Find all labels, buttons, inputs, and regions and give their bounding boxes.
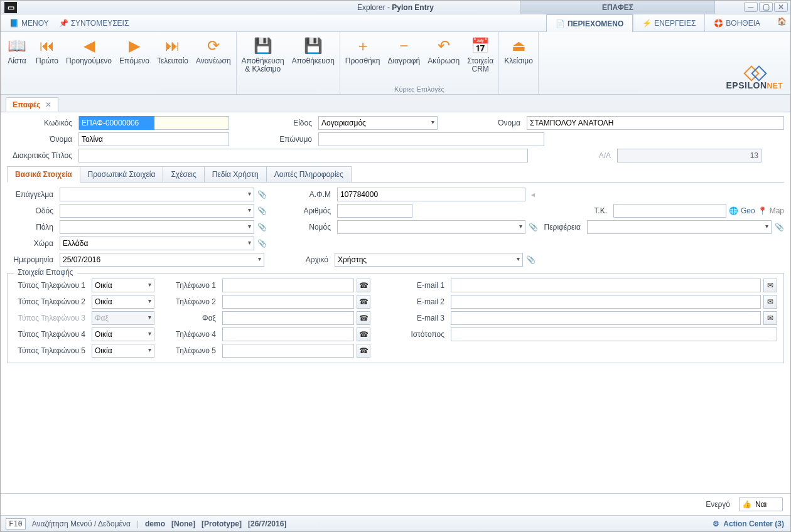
ribbon-save-button[interactable]: 💾Αποθήκευση	[288, 35, 338, 94]
field-phone-5[interactable]	[222, 344, 354, 358]
field-afm[interactable]: 107784000	[337, 188, 525, 201]
field-fullname[interactable]: ΣΤΑΜΠΟΛΟΥ ΑΝΑΤΟΛΗ	[527, 116, 784, 130]
field-phone-type-4[interactable]: Οικία	[92, 327, 154, 341]
field-phone-type-1[interactable]: Οικία	[92, 279, 154, 292]
field-fax[interactable]	[222, 311, 354, 325]
bolt-icon: ⚡	[642, 19, 652, 28]
window-buttons: ─ ▢ ✕	[744, 2, 788, 12]
field-phone-type-2[interactable]: Οικία	[92, 295, 154, 309]
field-email-1[interactable]	[451, 279, 761, 292]
status-search-hint[interactable]: Αναζήτηση Μενού / Δεδομένα	[32, 519, 131, 528]
field-last-name[interactable]	[318, 132, 544, 146]
maximize-button[interactable]: ▢	[759, 2, 773, 12]
label-zip: Τ.Κ.	[586, 206, 611, 215]
menu-button[interactable]: 📘 ΜΕΝΟΥ	[4, 16, 54, 30]
close-window-button[interactable]: ✕	[774, 2, 788, 12]
subtab-relations[interactable]: Σχέσεις	[163, 166, 204, 182]
field-phone-4[interactable]	[222, 327, 354, 341]
field-active[interactable]: 👍 Ναι	[739, 497, 783, 511]
minimize-button[interactable]: ─	[744, 2, 758, 12]
ribbon-crm-button[interactable]: 📅Στοιχεία CRM	[463, 35, 497, 84]
label-email-2: E-mail 2	[373, 297, 448, 306]
field-phone-2[interactable]	[222, 295, 354, 309]
doc-tab-close-icon[interactable]: ✕	[45, 100, 51, 109]
field-email-3[interactable]	[451, 311, 761, 325]
label-streetno: Αριθμός	[297, 206, 335, 215]
brand-logo-icon	[743, 66, 766, 79]
field-city[interactable]	[60, 220, 254, 234]
tab-content-label: ΠΕΡΙΕΧΟΜΕΝΟ	[568, 19, 623, 28]
ribbon-cancel-button[interactable]: ↶Ακύρωση	[424, 35, 463, 84]
dial-icon[interactable]: ☎	[357, 311, 370, 325]
subtab-other[interactable]: Λοιπές Πληροφορίες	[266, 166, 352, 182]
mail-icon[interactable]: ✉	[763, 311, 777, 325]
afm-lookup-icon[interactable]: ◂	[528, 190, 538, 199]
map-link[interactable]: 📍Map	[758, 206, 784, 215]
action-center-button[interactable]: ⚙ Action Center (3)	[713, 519, 784, 528]
dial-icon[interactable]: ☎	[357, 295, 370, 309]
tab-actions[interactable]: ⚡ ΕΝΕΡΓΕΙΕΣ	[633, 14, 704, 32]
field-email-2[interactable]	[451, 295, 761, 309]
geo-link[interactable]: 🌐Geo	[729, 206, 755, 215]
tab-help[interactable]: 🛟 ΒΟΗΘΕΙΑ	[704, 14, 769, 32]
field-profession[interactable]	[60, 188, 254, 201]
ribbon-list-button[interactable]: 📖Λίστα	[2, 35, 32, 94]
row-names: Όνομα Τολίνα Επώνυμο	[7, 132, 784, 146]
attach-icon[interactable]: 📎	[257, 206, 267, 215]
ribbon-last-button[interactable]: ⏭Τελευταίο	[153, 35, 192, 94]
action-center-label: Action Center (3)	[723, 519, 784, 528]
status-db: demo	[145, 519, 165, 528]
label-phone-type-1: Τύπος Τηλεφώνου 1	[14, 281, 89, 290]
contact-fieldset: Στοιχεία Επαφής Τύπος Τηλεφώνου 1 Οικία …	[7, 273, 784, 363]
mail-icon[interactable]: ✉	[763, 279, 777, 292]
field-code[interactable]: ΕΠΑΦ-00000006	[78, 116, 229, 130]
shortcuts-button[interactable]: 📌 ΣΥΝΤΟΜΕΥΣΕΙΣ	[54, 16, 134, 30]
field-prefecture[interactable]	[337, 220, 525, 234]
field-region[interactable]	[587, 220, 772, 234]
dial-icon[interactable]: ☎	[357, 327, 370, 341]
attach-icon[interactable]: 📎	[257, 223, 267, 231]
ribbon-prev-button[interactable]: ◀Προηγούμενο	[62, 35, 116, 94]
attach-icon[interactable]: 📎	[257, 190, 267, 199]
attach-icon[interactable]: 📎	[257, 239, 267, 248]
attach-icon[interactable]: 📎	[774, 223, 784, 231]
subtab-basic[interactable]: Βασικά Στοιχεία	[7, 166, 80, 183]
field-first-name[interactable]: Τολίνα	[78, 132, 229, 146]
title-app: Pylon Entry	[392, 3, 434, 12]
ribbon-delete-button[interactable]: −Διαγραφή	[384, 35, 424, 84]
label-website: Ιστότοπος	[373, 330, 448, 339]
ribbon-next-button[interactable]: ▶Επόμενο	[116, 35, 153, 94]
field-phone-type-5[interactable]: Οικία	[92, 344, 154, 358]
tab-content[interactable]: 📄 ΠΕΡΙΕΧΟΜΕΝΟ	[546, 14, 633, 33]
attach-icon[interactable]: 📎	[528, 223, 538, 231]
dial-icon[interactable]: ☎	[357, 279, 370, 292]
ribbon-close-button[interactable]: ⏏Κλείσιμο	[500, 35, 537, 94]
lifebuoy-icon: 🛟	[714, 19, 723, 28]
field-kind[interactable]: Λογαριασμός	[318, 116, 438, 130]
dial-icon[interactable]: ☎	[357, 344, 370, 358]
ribbon-first-button[interactable]: ⏮Πρώτο	[32, 35, 62, 94]
ribbon-refresh-button[interactable]: ⟳Ανανέωση	[192, 35, 235, 94]
field-origin[interactable]: Χρήστης	[335, 253, 523, 267]
field-zip[interactable]	[613, 204, 726, 218]
field-streetno[interactable]	[337, 204, 412, 218]
field-street[interactable]	[60, 204, 254, 218]
field-date[interactable]: 25/07/2016	[60, 253, 264, 267]
last-icon: ⏭	[165, 36, 180, 56]
field-country[interactable]: Ελλάδα	[60, 237, 254, 250]
subtab-personal[interactable]: Προσωπικά Στοιχεία	[80, 166, 164, 182]
field-phone-1[interactable]	[222, 279, 354, 292]
gear-bolt-icon: ⚙	[713, 519, 719, 528]
label-email-1: E-mail 1	[373, 281, 448, 290]
home-icon[interactable]: 🏠	[777, 17, 787, 26]
ribbon-save-close-button[interactable]: 💾Αποθήκευση & Κλείσιμο	[238, 35, 288, 94]
label-phone-5: Τηλέφωνο 5	[157, 346, 220, 355]
ribbon-add-button[interactable]: ＋Προσθήκη	[342, 35, 384, 84]
pin-icon: 📌	[59, 19, 68, 28]
mail-icon[interactable]: ✉	[763, 295, 777, 309]
field-website[interactable]	[451, 327, 777, 341]
doc-tab-contacts[interactable]: Επαφές ✕	[6, 97, 58, 112]
attach-icon[interactable]: 📎	[525, 255, 535, 264]
subtab-userfields[interactable]: Πεδία Χρήστη	[204, 166, 267, 182]
field-trade-title[interactable]	[78, 149, 528, 162]
